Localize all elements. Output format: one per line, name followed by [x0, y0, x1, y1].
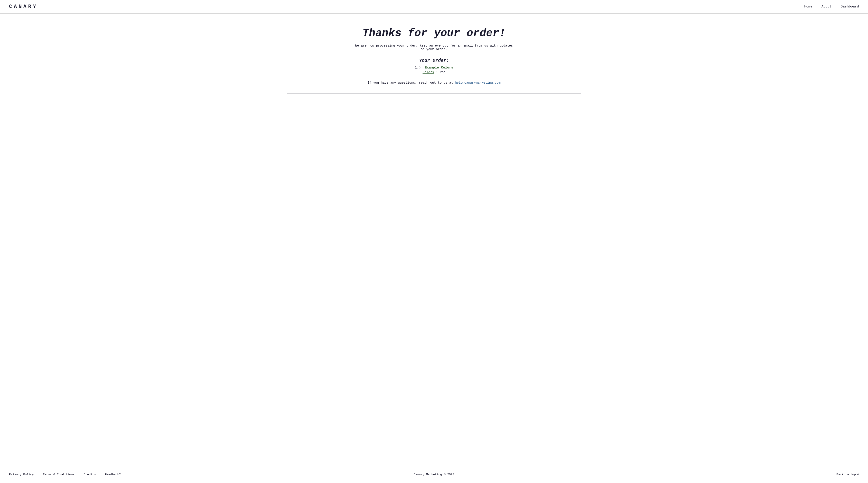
footer-links: Privacy Policy Terms & Conditions Credit… [9, 473, 121, 476]
footer-feedback[interactable]: Feedback? [105, 473, 121, 476]
order-item-title: 1.) Example Colors [415, 66, 453, 70]
processing-text: We are now processing your order, keep a… [355, 44, 513, 51]
footer-terms[interactable]: Terms & Conditions [43, 473, 74, 476]
main-content: Thanks for your order! We are now proces… [0, 13, 868, 466]
nav-dashboard[interactable]: Dashboard [841, 5, 859, 8]
site-header: CANARY Home About Dashboard [0, 0, 868, 13]
nav-about[interactable]: About [822, 5, 832, 8]
contact-text: If you have any questions, reach out to … [368, 81, 500, 85]
contact-prefix: If you have any questions, reach out to … [368, 81, 453, 85]
nav-home[interactable]: Home [804, 5, 812, 8]
footer-copyright: Canary Marketing © 2023 [414, 473, 454, 476]
order-detail-label: Colors [423, 70, 434, 74]
order-item: 1.) Example Colors Colors : Red [415, 66, 453, 74]
chevron-up-icon: ^ [857, 473, 859, 476]
order-detail-value: Red [440, 70, 445, 74]
order-item-number: 1.) [415, 66, 421, 70]
order-item-detail: Colors : Red [423, 70, 445, 74]
order-detail-separator: : [436, 70, 440, 74]
site-logo: CANARY [9, 4, 38, 9]
contact-email-link[interactable]: help@canarymarketing.com [455, 81, 500, 85]
site-footer: Privacy Policy Terms & Conditions Credit… [0, 466, 868, 483]
your-order-heading: Your Order: [419, 58, 449, 63]
back-to-top-label: Back to top [836, 473, 856, 476]
footer-privacy[interactable]: Privacy Policy [9, 473, 34, 476]
footer-credits[interactable]: Credits [84, 473, 96, 476]
thanks-heading: Thanks for your order! [362, 27, 506, 39]
main-nav: Home About Dashboard [804, 5, 859, 8]
back-to-top-button[interactable]: Back to top ^ [836, 473, 859, 476]
order-item-name: Example Colors [425, 66, 453, 70]
